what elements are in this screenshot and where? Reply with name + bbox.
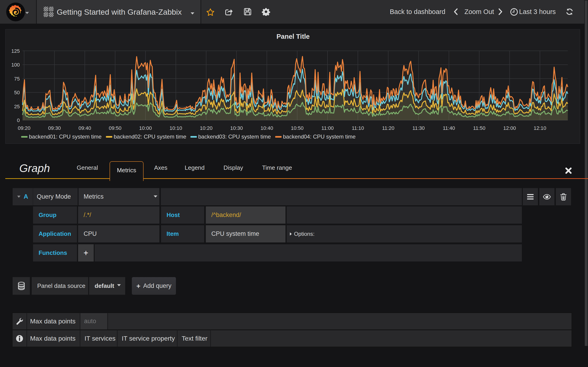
svg-text:10:10: 10:10 (170, 125, 182, 131)
svg-text:09:50: 09:50 (109, 125, 121, 131)
svg-text:10:50: 10:50 (291, 125, 303, 131)
svg-text:backend03: CPU system time: backend03: CPU system time (198, 133, 271, 140)
svg-text:100: 100 (11, 62, 20, 68)
svg-text:12:00: 12:00 (503, 125, 516, 131)
svg-text:11:50: 11:50 (473, 125, 485, 131)
svg-text:backend02: CPU system time: backend02: CPU system time (114, 133, 186, 140)
svg-text:backend04: CPU system time: backend04: CPU system time (283, 133, 355, 140)
svg-text:11:40: 11:40 (443, 125, 455, 131)
svg-text:12:10: 12:10 (534, 125, 546, 131)
svg-text:0: 0 (17, 117, 20, 123)
svg-text:09:40: 09:40 (78, 125, 91, 131)
svg-text:10:20: 10:20 (200, 125, 212, 131)
svg-text:11:20: 11:20 (382, 125, 394, 131)
svg-text:Panel Title: Panel Title (277, 33, 310, 40)
svg-text:75: 75 (14, 76, 20, 82)
svg-text:10:00: 10:00 (139, 125, 152, 131)
svg-text:125: 125 (11, 48, 20, 54)
svg-text:25: 25 (14, 104, 20, 109)
svg-text:11:00: 11:00 (321, 125, 334, 131)
svg-text:10:30: 10:30 (230, 125, 243, 131)
svg-text:50: 50 (14, 90, 20, 95)
svg-text:09:30: 09:30 (48, 125, 61, 131)
svg-text:09:20: 09:20 (18, 125, 30, 131)
svg-text:backend01: CPU system time: backend01: CPU system time (29, 133, 102, 140)
svg-text:11:30: 11:30 (413, 125, 425, 131)
svg-text:10:40: 10:40 (260, 125, 273, 131)
svg-text:11:10: 11:10 (352, 125, 364, 131)
